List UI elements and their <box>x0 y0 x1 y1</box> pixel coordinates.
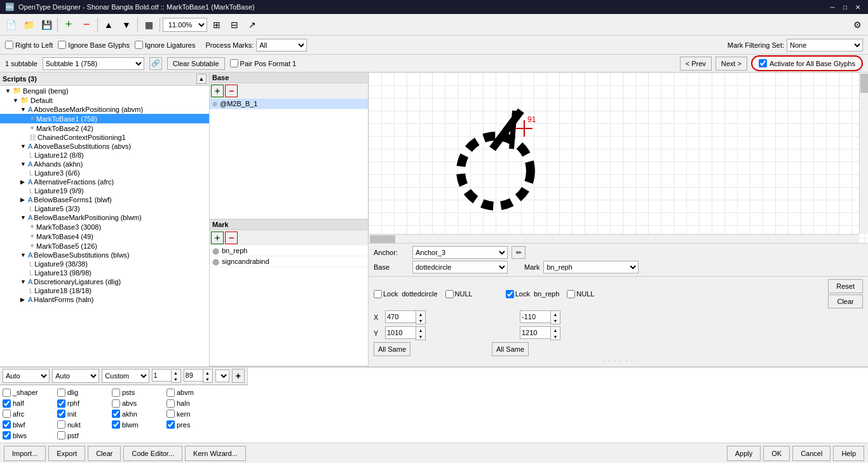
base-glyph-item-0[interactable]: ⊕ @M2B_B_1 <box>210 99 368 109</box>
num2-spinbox[interactable]: ▲ ▼ <box>184 369 213 383</box>
all-same-mark-btn[interactable]: All Same <box>492 342 529 356</box>
toolbar-down-btn[interactable]: ▼ <box>118 17 135 33</box>
feat-blwm[interactable]: blwm <box>112 420 156 429</box>
expand-icon-bengali[interactable]: ▼ <box>5 88 11 94</box>
y-base-spinbox[interactable]: ▲ ▼ <box>385 326 426 340</box>
vscrollbar-thumb[interactable] <box>860 74 868 93</box>
feat-shaper-cb[interactable] <box>3 389 11 397</box>
feat-psts-cb[interactable] <box>112 389 120 397</box>
x-mark-input[interactable] <box>520 310 550 323</box>
apply-btn[interactable]: Apply <box>727 446 761 461</box>
feat-rphf-cb[interactable] <box>57 399 65 408</box>
feat-abvs-cb[interactable] <box>112 399 120 408</box>
tree-item-abvs[interactable]: ▼ A AboveBaseSubstitutions (abvs) <box>0 142 209 151</box>
panel-scroll-up[interactable]: ▲ <box>196 74 207 84</box>
tree-item-afrc[interactable]: ▶ A AlternativeFractions (afrc) <box>0 177 209 186</box>
ignore-base-checkbox[interactable]: Ignore Base Glyphs <box>58 41 130 49</box>
feat-akhn[interactable]: akhn <box>112 410 156 419</box>
vscrollbar[interactable] <box>859 73 868 234</box>
x-mark-down[interactable]: ▼ <box>551 317 560 324</box>
feat-abvm[interactable]: abvm <box>166 388 211 397</box>
num1-down[interactable]: ▼ <box>172 376 180 382</box>
toolbar-grid-btn[interactable]: ▦ <box>140 17 157 33</box>
tree-item-haln[interactable]: ▶ A HalantForms (haln) <box>0 295 209 304</box>
zoom-select[interactable]: 11.00% 25% 50% 100% <box>163 18 207 32</box>
feat-nukt[interactable]: nukt <box>57 420 102 429</box>
feat-abvs[interactable]: abvs <box>112 399 156 408</box>
expand-icon-abvs[interactable]: ▼ <box>20 143 27 149</box>
tree-item-lig12[interactable]: L Ligature12 (8/8) <box>0 151 209 160</box>
tree-item-marktobase3[interactable]: ✦ MarkToBase3 (3008) <box>0 222 209 232</box>
feat-nukt-cb[interactable] <box>57 420 65 429</box>
expand-icon-blws[interactable]: ▼ <box>20 252 27 258</box>
canvas-wrapper[interactable]: 91 <box>369 73 868 243</box>
y-base-down[interactable]: ▼ <box>416 333 425 340</box>
feat-blwf-cb[interactable] <box>3 420 11 429</box>
prev-button[interactable]: < Prev <box>680 57 712 71</box>
x-mark-spinbox[interactable]: ▲ ▼ <box>520 310 560 324</box>
num1-up[interactable]: ▲ <box>172 370 180 376</box>
feat-blws[interactable]: blws <box>3 431 47 440</box>
tree-item-marktobase5[interactable]: ✦ MarkToBase5 (126) <box>0 241 209 251</box>
big-dropdown[interactable] <box>215 370 229 382</box>
expand-icon-abvm[interactable]: ▼ <box>20 106 27 113</box>
tree-item-marktobase4[interactable]: ✦ MarkToBase4 (49) <box>0 232 209 241</box>
feat-afrc[interactable]: afrc <box>3 410 47 419</box>
feat-psts[interactable]: psts <box>112 388 156 397</box>
tree-item-lig19[interactable]: L Ligature19 (9/9) <box>0 186 209 195</box>
num2-up[interactable]: ▲ <box>203 370 212 376</box>
tree-item-akhn[interactable]: ▼ A Akhands (akhn) <box>0 160 209 169</box>
toolbar-export-btn[interactable]: ↗ <box>244 17 261 33</box>
mark-glyph-list[interactable]: ⬤ bn_reph ⬤ signcandrabind <box>210 245 368 366</box>
x-mark-up[interactable]: ▲ <box>551 311 560 317</box>
tree-item-lig18[interactable]: L Ligature18 (18/18) <box>0 286 209 295</box>
feat-pstf[interactable]: pstf <box>57 431 102 440</box>
expand-icon-haln[interactable]: ▶ <box>20 296 27 303</box>
base-remove-btn[interactable]: − <box>225 85 238 97</box>
null-mark-checkbox[interactable] <box>567 290 575 298</box>
base-glyph-list[interactable]: ⊕ @M2B_B_1 <box>210 99 368 219</box>
feat-dlig-cb[interactable] <box>57 389 65 397</box>
add-item-btn[interactable]: + <box>232 369 245 383</box>
anchor-dropdown[interactable]: Anchor_3 <box>412 246 508 259</box>
y-mark-spinbox[interactable]: ▲ ▼ <box>520 326 560 340</box>
feat-half[interactable]: half <box>3 399 47 408</box>
num2-input[interactable] <box>184 369 203 382</box>
mark-add-btn[interactable]: + <box>211 232 224 244</box>
clear-coords-btn[interactable]: Clear <box>828 294 863 308</box>
x-base-input[interactable] <box>385 310 416 323</box>
x-base-down[interactable]: ▼ <box>416 317 425 324</box>
close-button[interactable]: ✕ <box>853 2 863 12</box>
feat-pres[interactable]: pres <box>166 420 211 429</box>
feat-pstf-cb[interactable] <box>57 431 65 439</box>
tree-item-marktobase2[interactable]: ✦ MarkToBase2 (42) <box>0 123 209 133</box>
toolbar-fit-btn[interactable]: ⊞ <box>208 17 225 33</box>
feat-kern-cb[interactable] <box>166 410 175 418</box>
expand-icon-blwm[interactable]: ▼ <box>20 214 27 221</box>
minimize-button[interactable]: ─ <box>827 2 837 12</box>
tree-item-marktobase1[interactable]: ✦ MarkToBase1 (758) <box>0 114 209 123</box>
auto1-select[interactable]: Auto <box>3 369 50 383</box>
feat-haln-cb[interactable] <box>166 399 175 408</box>
feat-haln[interactable]: haln <box>166 399 211 408</box>
expand-icon-akhn[interactable]: ▼ <box>20 161 27 167</box>
feat-afrc-cb[interactable] <box>3 410 11 418</box>
feat-rphf[interactable]: rphf <box>57 399 102 408</box>
export-btn[interactable]: Export <box>48 446 85 461</box>
code-editor-btn[interactable]: Code Editor... <box>123 446 182 461</box>
all-same-base-btn[interactable]: All Same <box>374 342 410 356</box>
tree-item-blws[interactable]: ▼ A BelowBaseSubstitutions (blws) <box>0 251 209 259</box>
feat-kern[interactable]: kern <box>166 410 211 419</box>
base-dropdown[interactable]: dottedcircle <box>412 261 508 273</box>
mark-remove-btn[interactable]: − <box>225 232 238 244</box>
cancel-btn[interactable]: Cancel <box>792 446 831 461</box>
settings-button[interactable]: ⚙ <box>849 17 865 33</box>
feat-init-cb[interactable] <box>57 410 65 418</box>
tree-item-blwm[interactable]: ▼ A BelowBaseMarkPositioning (blwm) <box>0 213 209 222</box>
tree-item-default[interactable]: ▼ 📁 Default <box>0 95 209 105</box>
feat-init[interactable]: init <box>57 410 102 419</box>
anchor-edit-btn[interactable]: ✏ <box>512 246 526 259</box>
tree-item-lig5[interactable]: L Ligature5 (3/3) <box>0 204 209 213</box>
mark-filter-dropdown[interactable]: None <box>787 39 863 52</box>
lock-base-checkbox[interactable] <box>374 290 382 298</box>
